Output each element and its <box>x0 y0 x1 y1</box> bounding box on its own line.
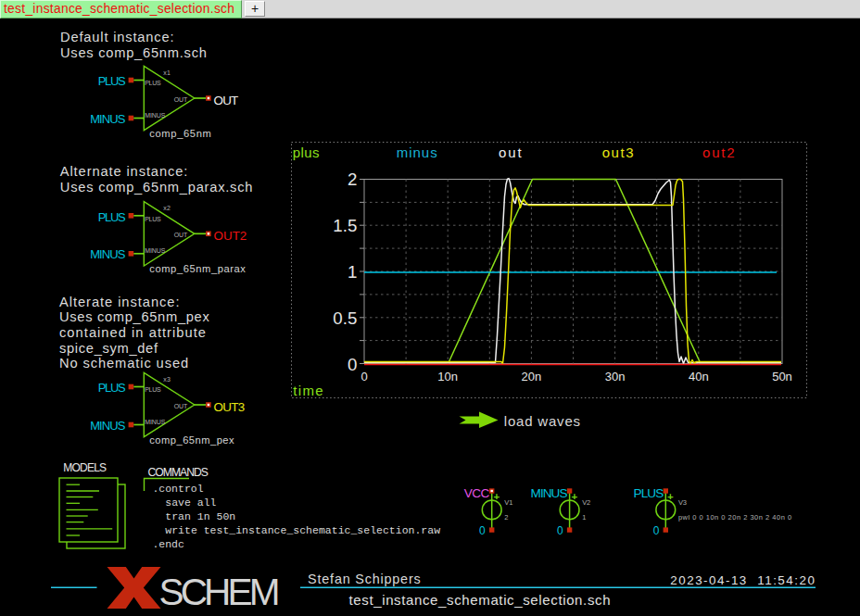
svg-text:SCHEM: SCHEM <box>159 571 281 613</box>
